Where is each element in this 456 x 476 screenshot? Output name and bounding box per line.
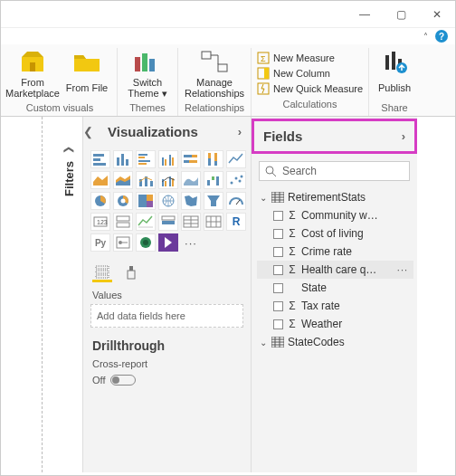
from-marketplace-button[interactable]: From Marketplace [6, 48, 59, 100]
field-state[interactable]: ΣState [257, 279, 413, 297]
report-canvas[interactable]: ❮ Filters [1, 117, 82, 472]
manage-relationships-button[interactable]: Manage Relationships [182, 48, 247, 100]
viz-clustered-column[interactable] [158, 150, 178, 168]
help-icon[interactable]: ? [435, 30, 448, 43]
viz-waterfall[interactable] [204, 171, 223, 189]
field-more-icon[interactable]: ··· [397, 264, 412, 275]
svg-rect-42 [165, 181, 166, 186]
svg-rect-62 [117, 216, 129, 221]
new-measure-button[interactable]: ΣNew Measure [255, 51, 365, 65]
viz-r-script[interactable]: R [226, 213, 246, 231]
publish-button[interactable]: Publish [373, 48, 416, 100]
viz-stacked-area[interactable] [113, 171, 133, 189]
collapse-viz-pane-icon[interactable]: ❮ [83, 125, 99, 138]
viz-scatter[interactable] [226, 171, 246, 189]
checkbox[interactable] [273, 283, 283, 293]
sigma-icon: Σ [288, 209, 297, 222]
checkbox[interactable] [273, 211, 283, 221]
viz-line[interactable] [226, 150, 246, 168]
ribbon-group-share: Publish Share [369, 48, 420, 116]
viz-area[interactable] [90, 171, 110, 189]
viz-ribbon[interactable] [181, 171, 201, 189]
viz-arcgis[interactable] [136, 233, 156, 252]
sigma-icon: Σ [288, 300, 297, 312]
new-column-button[interactable]: New Column [255, 66, 365, 81]
filters-pane-collapsed[interactable]: ❮ Filters [62, 144, 76, 196]
checkbox[interactable] [273, 265, 283, 275]
collapse-ribbon-icon[interactable]: ˄ [423, 32, 428, 42]
values-dropwell[interactable]: Add data fields here [90, 304, 243, 328]
field-community[interactable]: ΣCommunity w… [257, 206, 413, 224]
viz-format-tabs [83, 255, 251, 284]
viz-filled-map[interactable] [181, 192, 201, 210]
search-icon [265, 166, 277, 177]
field-health-care[interactable]: ΣHealth care q…··· [257, 261, 413, 279]
fields-search-input[interactable]: Search [259, 161, 410, 181]
titlebar: — ▢ ✕ [1, 1, 455, 28]
svg-rect-37 [214, 153, 217, 161]
table-row-statecodes[interactable]: ⌄ StateCodes [257, 333, 413, 351]
viz-100-stacked-bar[interactable] [181, 150, 201, 168]
close-button[interactable]: ✕ [419, 2, 455, 27]
cross-report-label: Cross-report [83, 355, 251, 373]
field-crime-rate[interactable]: ΣCrime rate [257, 243, 413, 261]
svg-point-50 [239, 180, 242, 183]
checkbox[interactable] [273, 301, 283, 311]
table-row-retirementstats[interactable]: ⌄ RetirementStats [257, 188, 413, 206]
fields-header[interactable]: Fields › [254, 121, 414, 151]
viz-multi-row-card[interactable] [113, 213, 133, 231]
viz-matrix[interactable] [204, 213, 223, 231]
checkbox[interactable] [273, 229, 283, 239]
checkbox[interactable] [273, 247, 283, 257]
filters-label: Filters [62, 161, 76, 196]
viz-stacked-bar[interactable] [90, 150, 110, 168]
viz-clustered-bar[interactable] [136, 150, 156, 168]
field-cost-of-living[interactable]: ΣCost of living [257, 224, 413, 243]
svg-rect-2 [135, 57, 140, 71]
viz-card[interactable]: 123 [90, 213, 110, 231]
viz-more-options[interactable]: ··· [181, 233, 201, 252]
maximize-button[interactable]: ▢ [383, 2, 419, 27]
viz-table[interactable] [181, 213, 201, 231]
minimize-button[interactable]: — [347, 2, 383, 27]
svg-rect-81 [96, 275, 109, 278]
viz-line-stacked-column[interactable] [136, 171, 156, 189]
svg-rect-57 [147, 201, 153, 207]
viz-kpi[interactable] [136, 213, 156, 231]
fields-tab-icon[interactable] [92, 262, 112, 282]
viz-gauge[interactable] [226, 192, 246, 210]
viz-python[interactable]: Py [90, 233, 110, 252]
new-quick-measure-button[interactable]: New Quick Measure [255, 81, 365, 96]
svg-rect-27 [165, 159, 166, 166]
viz-stacked-column[interactable] [113, 150, 133, 168]
svg-rect-33 [189, 160, 197, 163]
svg-point-51 [241, 176, 243, 178]
sigma-icon: Σ [288, 245, 297, 258]
viz-pie[interactable] [90, 192, 110, 210]
field-weather[interactable]: ΣWeather [257, 315, 413, 333]
checkbox[interactable] [273, 319, 283, 329]
table-icon [271, 192, 284, 203]
viz-100-stacked-column[interactable] [204, 150, 223, 168]
svg-rect-29 [172, 157, 174, 166]
viz-donut[interactable] [113, 192, 133, 210]
viz-key-influencers[interactable] [113, 233, 133, 252]
cross-report-toggle[interactable] [110, 375, 136, 386]
chevron-right-icon: › [238, 125, 242, 138]
viz-map[interactable] [158, 192, 178, 210]
svg-rect-10 [264, 68, 269, 79]
svg-point-75 [119, 241, 122, 244]
svg-rect-65 [162, 221, 175, 224]
viz-powerapps[interactable] [158, 233, 178, 252]
viz-treemap[interactable] [136, 192, 156, 210]
field-tax-rate[interactable]: ΣTax rate [257, 297, 413, 315]
viz-funnel[interactable] [204, 192, 223, 210]
expand-filters-icon[interactable]: ❮ [63, 146, 75, 154]
visualizations-header[interactable]: Visualizations › [99, 117, 251, 147]
format-tab-icon[interactable] [121, 262, 141, 282]
viz-slicer[interactable] [158, 213, 178, 231]
from-file-button[interactable]: From File [61, 48, 113, 100]
sigma-icon: Σ [288, 318, 297, 330]
viz-line-clustered-column[interactable] [158, 171, 178, 189]
switch-theme-button[interactable]: Switch Theme ▾ [121, 48, 174, 100]
